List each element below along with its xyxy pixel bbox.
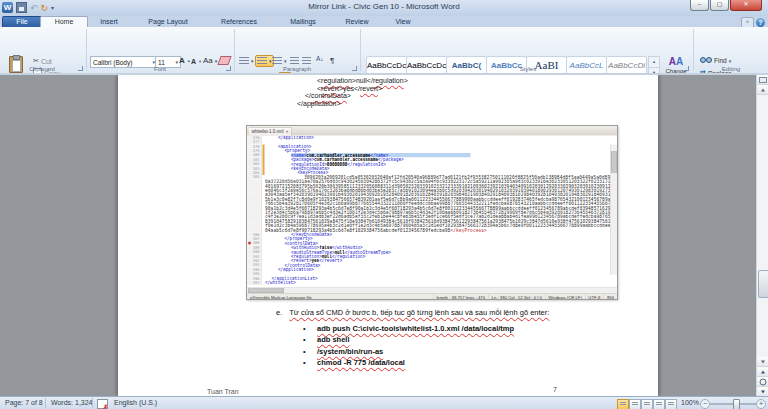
close-button[interactable]: ✕ (730, 0, 762, 11)
tab-insert[interactable]: Insert (86, 16, 132, 27)
print-layout-view-button[interactable] (617, 399, 629, 409)
editor-horizontal-scrollbar (247, 288, 617, 294)
language-indicator[interactable]: English (U.S.) (114, 399, 157, 406)
draft-view-button[interactable] (665, 399, 677, 409)
tab-mailings[interactable]: Mailings (274, 16, 332, 27)
tab-references[interactable]: References (204, 16, 274, 27)
numbered-list-icon (257, 57, 267, 65)
styles-group-label: Styles (488, 66, 568, 72)
clear-formatting-button[interactable] (219, 56, 230, 65)
change-case-button[interactable]: Aa▾ (203, 55, 217, 67)
style-preview: AaBbCcDc (407, 57, 446, 74)
editor-tab-bar: whitelist-1.0.xml✕ (247, 126, 617, 136)
editing-group-label: Editing (691, 66, 768, 72)
editor-file-tab: whitelist-1.0.xml✕ (249, 127, 292, 135)
style-preview: AaBbCcDc (367, 57, 406, 74)
command-text: /system/bin/run-as (317, 347, 383, 356)
tab-view[interactable]: View (382, 16, 424, 27)
document-xml-line: </controlData> (305, 92, 351, 99)
font-dialog-launcher[interactable] (226, 66, 231, 71)
style-preview: AaBbCcL (567, 57, 606, 74)
clipboard-group-label: Clipboard (2, 66, 82, 72)
styles-dialog-launcher[interactable] (684, 66, 689, 71)
editor-insert-mode: INS (603, 294, 617, 299)
sort-icon: A↓ (316, 55, 324, 62)
editor-vertical-scrollbar (610, 145, 617, 275)
font-group-label: Font (120, 66, 200, 72)
cut-button[interactable]: ✂Cut (33, 57, 52, 65)
paragraph-group-label: Paragraph (257, 66, 337, 72)
tab-page-layout[interactable]: Page Layout (132, 16, 204, 27)
list-marker: e. (276, 308, 282, 317)
web-layout-view-button[interactable] (641, 399, 653, 409)
help-icon[interactable]: ? (756, 18, 765, 27)
document-xml-line: <regulation>null</regulation> (317, 77, 408, 84)
next-page-button[interactable] (757, 387, 768, 396)
document-area: <regulation>null</regulation><revert>yes… (0, 75, 768, 396)
scissors-icon: ✂ (33, 57, 39, 65)
ruler-toggle-button[interactable] (757, 75, 768, 85)
word-window: W ↶ ↻ ▾ Mirror Link - Civic Gen 10 - Mic… (0, 0, 768, 409)
find-icon (700, 57, 712, 64)
vertical-scrollbar[interactable] (756, 75, 768, 396)
bullet-icon: • (303, 358, 317, 367)
instruction-line: e.Từ cửa sổ CMD ở bước b, tiếp tục gõ từ… (276, 308, 549, 317)
status-bar: Page: 7 of 8 Words: 1,324 English (U.S.)… (0, 396, 768, 409)
editor-tab-close-icon: ✕ (286, 129, 289, 134)
embedded-editor-screenshot[interactable]: whitelist-1.0.xml✕ 376</application>3773… (246, 125, 618, 300)
scroll-down-button[interactable] (757, 357, 768, 367)
command-text: chmod -R 775 /data/local (317, 358, 405, 367)
tab-review[interactable]: Review (332, 16, 382, 27)
zoom-in-button[interactable]: + (756, 399, 766, 409)
word-count[interactable]: Words: 1,324 (51, 399, 93, 406)
ribbon: Paste ▾ ✂Cut Copy Format Painter Clipboa… (0, 27, 768, 74)
window-title: Mirror Link - Civic Gen 10 - Microsoft W… (0, 2, 768, 11)
page-indicator[interactable]: Page: 7 of 8 (5, 399, 43, 406)
title-bar: W ↶ ↻ ▾ Mirror Link - Civic Gen 10 - Mic… (0, 0, 768, 17)
eraser-icon (217, 56, 231, 65)
zoom-level[interactable]: 100% (681, 399, 699, 406)
editor-length-info: length : 38,757 lines : 470 (433, 294, 488, 299)
editor-code-line: 397</whitelist> (247, 281, 617, 285)
footer-page-number: 7 (553, 386, 557, 393)
clipboard-dialog-launcher[interactable] (78, 66, 83, 71)
document-page[interactable]: <regulation>null</regulation><revert>yes… (118, 75, 658, 396)
bullets-button[interactable]: ▾ (239, 57, 254, 65)
select-browse-object-button[interactable] (757, 377, 768, 387)
command-text: adb push C:\civic-tools\whitelist-1.0.xm… (317, 324, 514, 333)
bullet-icon: • (303, 335, 317, 344)
multilevel-list-button[interactable]: ▾ (272, 57, 287, 65)
scroll-up-button[interactable] (757, 85, 768, 95)
previous-page-button[interactable] (757, 367, 768, 377)
ruler-icon (759, 77, 767, 83)
sort-button[interactable]: A↓ (316, 55, 324, 62)
styles-scroll-up-icon[interactable]: ▲ (649, 57, 659, 68)
ribbon-tab-row: FileHomeInsertPage LayoutReferencesMaili… (0, 16, 768, 27)
command-text: adb shell (317, 335, 350, 344)
bullet-list-icon (239, 57, 249, 65)
increase-indent-button[interactable] (302, 57, 311, 65)
find-button[interactable]: Find▾ (700, 57, 731, 64)
outline-view-button[interactable] (653, 399, 665, 409)
scrollbar-thumb[interactable] (758, 270, 768, 298)
maximize-button[interactable]: ▢ (710, 0, 729, 11)
zoom-out-button[interactable]: − (700, 399, 710, 409)
editor-code-area: 376</application>377378<application>379<… (247, 136, 617, 288)
paragraph-dialog-launcher[interactable] (352, 66, 357, 71)
increase-indent-icon (302, 57, 311, 65)
command-list-item: •chmod -R 775 /data/local (303, 358, 405, 367)
proofing-status-icon[interactable] (97, 399, 108, 409)
editor-encoding: UTF-8 (585, 294, 604, 299)
command-list-item: •/system/bin/run-as (303, 347, 383, 356)
minimize-button[interactable]: – (690, 0, 709, 11)
document-xml-line: </application> (297, 100, 341, 107)
editor-file-type: eXtensible Markup Language file (247, 294, 433, 299)
document-xml-line: <revert>yes</revert> (317, 85, 382, 92)
command-list-item: •adb shell (303, 335, 350, 344)
window-controls: – ▢ ✕ (689, 0, 762, 11)
zoom-slider-thumb[interactable] (733, 399, 740, 409)
decrease-indent-button[interactable] (290, 57, 299, 65)
editor-change-marker (263, 144, 265, 175)
style-preview: AaBbC( (447, 57, 486, 74)
full-screen-reading-view-button[interactable] (629, 399, 641, 409)
